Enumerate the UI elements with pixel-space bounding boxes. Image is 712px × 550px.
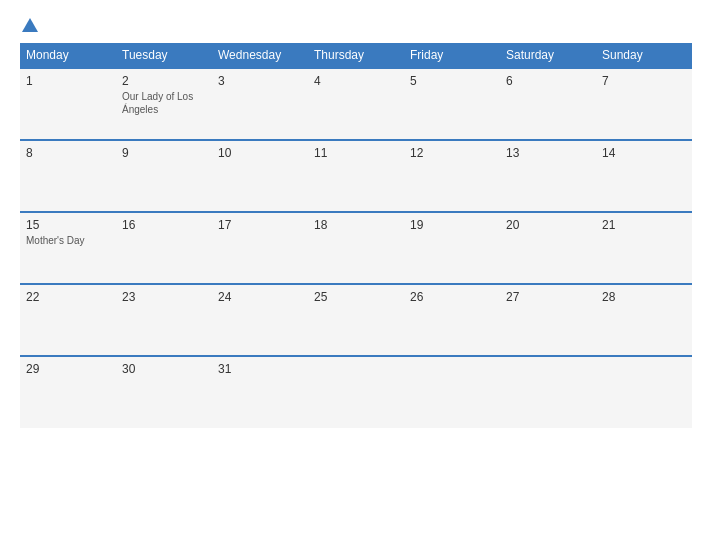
day-number: 3 <box>218 74 302 88</box>
calendar-cell <box>596 356 692 428</box>
calendar-cell: 8 <box>20 140 116 212</box>
calendar-week-4: 22232425262728 <box>20 284 692 356</box>
calendar-cell: 22 <box>20 284 116 356</box>
calendar-cell: 12 <box>404 140 500 212</box>
calendar-cell: 26 <box>404 284 500 356</box>
calendar-cell: 7 <box>596 68 692 140</box>
calendar-cell: 10 <box>212 140 308 212</box>
calendar-week-2: 891011121314 <box>20 140 692 212</box>
day-number: 25 <box>314 290 398 304</box>
calendar-cell: 24 <box>212 284 308 356</box>
day-number: 18 <box>314 218 398 232</box>
calendar-cell: 29 <box>20 356 116 428</box>
day-number: 8 <box>26 146 110 160</box>
calendar-cell: 16 <box>116 212 212 284</box>
calendar-header-wednesday: Wednesday <box>212 43 308 68</box>
day-number: 9 <box>122 146 206 160</box>
calendar-header-row: MondayTuesdayWednesdayThursdayFridaySatu… <box>20 43 692 68</box>
day-number: 22 <box>26 290 110 304</box>
day-number: 28 <box>602 290 686 304</box>
calendar-cell: 5 <box>404 68 500 140</box>
calendar-cell: 23 <box>116 284 212 356</box>
calendar-cell: 11 <box>308 140 404 212</box>
calendar-cell: 15Mother's Day <box>20 212 116 284</box>
logo-flag-icon <box>22 18 38 32</box>
header <box>20 18 692 33</box>
day-number: 31 <box>218 362 302 376</box>
calendar-cell: 3 <box>212 68 308 140</box>
calendar-table: MondayTuesdayWednesdayThursdayFridaySatu… <box>20 43 692 428</box>
calendar-cell: 2Our Lady of Los Ángeles <box>116 68 212 140</box>
calendar-header-friday: Friday <box>404 43 500 68</box>
calendar-cell: 30 <box>116 356 212 428</box>
day-number: 6 <box>506 74 590 88</box>
day-number: 23 <box>122 290 206 304</box>
calendar-header-thursday: Thursday <box>308 43 404 68</box>
day-number: 21 <box>602 218 686 232</box>
calendar-cell: 18 <box>308 212 404 284</box>
day-number: 4 <box>314 74 398 88</box>
holiday-label: Mother's Day <box>26 234 110 247</box>
page: MondayTuesdayWednesdayThursdayFridaySatu… <box>0 0 712 550</box>
calendar-cell <box>404 356 500 428</box>
calendar-week-3: 15Mother's Day161718192021 <box>20 212 692 284</box>
calendar-cell <box>308 356 404 428</box>
calendar-header-monday: Monday <box>20 43 116 68</box>
day-number: 10 <box>218 146 302 160</box>
day-number: 13 <box>506 146 590 160</box>
day-number: 7 <box>602 74 686 88</box>
calendar-week-5: 293031 <box>20 356 692 428</box>
day-number: 16 <box>122 218 206 232</box>
calendar-cell: 20 <box>500 212 596 284</box>
day-number: 11 <box>314 146 398 160</box>
calendar-week-1: 12Our Lady of Los Ángeles34567 <box>20 68 692 140</box>
calendar-cell: 31 <box>212 356 308 428</box>
svg-marker-0 <box>22 18 38 32</box>
calendar-cell: 27 <box>500 284 596 356</box>
calendar-cell: 25 <box>308 284 404 356</box>
day-number: 5 <box>410 74 494 88</box>
day-number: 30 <box>122 362 206 376</box>
calendar-cell: 17 <box>212 212 308 284</box>
calendar-header-sunday: Sunday <box>596 43 692 68</box>
calendar-header-saturday: Saturday <box>500 43 596 68</box>
calendar-cell: 13 <box>500 140 596 212</box>
calendar-header-tuesday: Tuesday <box>116 43 212 68</box>
calendar-cell: 19 <box>404 212 500 284</box>
day-number: 26 <box>410 290 494 304</box>
day-number: 17 <box>218 218 302 232</box>
day-number: 14 <box>602 146 686 160</box>
day-number: 24 <box>218 290 302 304</box>
day-number: 2 <box>122 74 206 88</box>
calendar-cell <box>500 356 596 428</box>
calendar-cell: 1 <box>20 68 116 140</box>
calendar-cell: 28 <box>596 284 692 356</box>
day-number: 27 <box>506 290 590 304</box>
calendar-cell: 4 <box>308 68 404 140</box>
day-number: 20 <box>506 218 590 232</box>
calendar-cell: 6 <box>500 68 596 140</box>
calendar-cell: 9 <box>116 140 212 212</box>
day-number: 12 <box>410 146 494 160</box>
holiday-label: Our Lady of Los Ángeles <box>122 90 206 116</box>
calendar-cell: 21 <box>596 212 692 284</box>
calendar-cell: 14 <box>596 140 692 212</box>
logo <box>20 18 38 33</box>
day-number: 29 <box>26 362 110 376</box>
day-number: 1 <box>26 74 110 88</box>
day-number: 19 <box>410 218 494 232</box>
day-number: 15 <box>26 218 110 232</box>
